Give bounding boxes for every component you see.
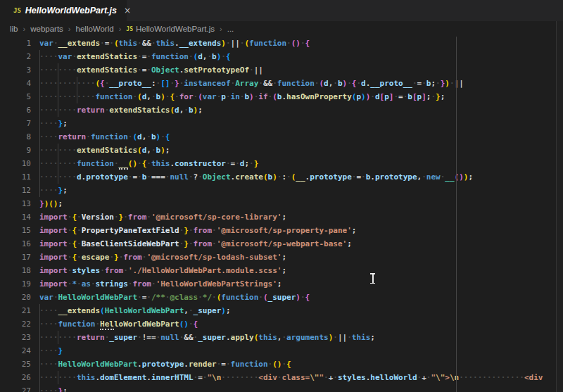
code-line[interactable]: 19import·*·as·strings·from·'HelloWorldWe…	[0, 277, 563, 291]
line-number: 8	[0, 130, 31, 144]
js-file-icon: JS	[126, 26, 133, 32]
code-line-text: var·__extends·=·(this·&&·this.__extends)…	[39, 37, 310, 50]
editor-ruler	[456, 37, 457, 392]
code-line[interactable]: 20var·HelloWorldWebPart·=·/**·@class·*/·…	[0, 291, 563, 304]
line-number: 26	[0, 371, 31, 384]
mouse-ibeam-cursor	[369, 273, 376, 284]
code-line-text: ········return·_super·!==·null·&&·_super…	[39, 331, 375, 344]
line-number: 9	[0, 144, 31, 157]
code-line-text: ········this.domElement.innerHTML·=·"\n·…	[39, 371, 543, 384]
vscode-window: JS HelloWorldWebPart.js × lib›webparts›h…	[0, 0, 563, 392]
breadcrumb-separator: ›	[119, 25, 122, 33]
code-line[interactable]: 13})();	[0, 197, 563, 210]
code-line-text: var·HelloWorldWebPart·=·/**·@class·*/·(f…	[39, 291, 310, 304]
line-number: 23	[0, 331, 31, 344]
breadcrumb-file-label: HelloWorldWebPart.js	[136, 25, 215, 33]
line-number: 18	[0, 264, 31, 277]
code-line[interactable]: 16import·{·BaseClientSideWebPart·}·from·…	[0, 237, 563, 251]
code-line[interactable]: 9········extendStatics(d,·b);	[0, 144, 563, 157]
breadcrumb-item-file[interactable]: JSHelloWorldWebPart.js	[126, 25, 215, 33]
line-number: 24	[0, 344, 31, 358]
code-line[interactable]: 5············function·(d,·b)·{·for·(var·…	[0, 90, 563, 103]
code-line-text: import·*·as·strings·from·'HelloWorldWebP…	[39, 277, 282, 291]
code-line-text: ············function·(d,·b)·{·for·(var·p…	[39, 90, 445, 103]
code-line-text: ····};	[39, 384, 68, 392]
code-line[interactable]: 18import·styles·from·'./HelloWorldWebPar…	[0, 264, 563, 277]
code-line[interactable]: 4············({·__proto__:·[]·}·instance…	[0, 77, 563, 90]
line-number: 25	[0, 358, 31, 371]
code-line-text: ········extendStatics(d,·b);	[39, 144, 170, 157]
line-number: 13	[0, 197, 31, 210]
code-line[interactable]: 21····__extends(HelloWorldWebPart,·_supe…	[0, 304, 563, 317]
breadcrumb-more[interactable]: ...	[227, 25, 234, 33]
line-number: 12	[0, 184, 31, 197]
code-line-text: import·{·Version·}·from·'@microsoft/sp-c…	[39, 210, 286, 224]
code-line-text: import·{·BaseClientSideWebPart·}·from·'@…	[39, 237, 352, 251]
tab-bar: JS HelloWorldWebPart.js ×	[0, 0, 563, 21]
line-number: 17	[0, 251, 31, 264]
breadcrumb-item-lib[interactable]: lib	[10, 25, 18, 33]
code-editor[interactable]: 1var·__extends·=·(this·&&·this.__extends…	[0, 37, 563, 392]
code-line[interactable]: 25····HelloWorldWebPart.prototype.render…	[0, 358, 563, 371]
code-line[interactable]: 6········return·extendStatics(d,·b);	[0, 103, 563, 117]
code-line-text: ····HelloWorldWebPart.prototype.render·=…	[39, 358, 291, 371]
code-line[interactable]: 8····return·function·(d,·b)·{	[0, 130, 563, 144]
line-number: 19	[0, 277, 31, 291]
tab-helloworldwebpart[interactable]: JS HelloWorldWebPart.js ×	[0, 0, 127, 21]
code-line-text: ············({·__proto__:·[]·}·instanceo…	[39, 77, 464, 90]
code-line-text: ········function·__()·{·this.constructor…	[39, 157, 258, 170]
scrollbar-track[interactable]	[557, 21, 563, 392]
breadcrumb-item-helloWorld[interactable]: helloWorld	[76, 25, 114, 33]
code-line-text: ····return·function·(d,·b)·{	[39, 130, 170, 144]
code-line[interactable]: 26········this.domElement.innerHTML·=·"\…	[0, 371, 563, 384]
line-number: 15	[0, 224, 31, 237]
code-line[interactable]: 3········extendStatics·=·Object.setProto…	[0, 63, 563, 77]
code-line-text: import·styles·from·'./HelloWorldWebPart.…	[39, 264, 286, 277]
breadcrumb-separator: ›	[68, 25, 71, 33]
code-line[interactable]: 7····};	[0, 117, 563, 130]
code-line-text: ····};	[39, 117, 68, 130]
scrollbar-divider	[556, 21, 557, 392]
code-line[interactable]: 15import·{·PropertyPaneTextField·}·from·…	[0, 224, 563, 237]
code-line-text: ····__extends(HelloWorldWebPart,·_super)…	[39, 304, 231, 317]
code-line[interactable]: 24····}	[0, 344, 563, 358]
line-number: 11	[0, 170, 31, 184]
tab-close-icon[interactable]: ×	[124, 6, 131, 15]
line-number: 22	[0, 317, 31, 331]
line-number: 27	[0, 384, 31, 392]
line-number: 5	[0, 90, 31, 103]
line-number: 14	[0, 210, 31, 224]
line-number: 1	[0, 37, 31, 50]
line-number: 4	[0, 77, 31, 90]
code-line[interactable]: 12····};	[0, 184, 563, 197]
line-number: 21	[0, 304, 31, 317]
code-line-text: })();	[39, 197, 63, 210]
line-number: 2	[0, 50, 31, 63]
line-number: 16	[0, 237, 31, 251]
breadcrumb-item-webparts[interactable]: webparts	[30, 25, 63, 33]
code-line-text: ····function·HelloWorldWebPart()·{	[39, 317, 198, 331]
line-number: 3	[0, 63, 31, 77]
line-number: 7	[0, 117, 31, 130]
code-line[interactable]: 27····};	[0, 384, 563, 392]
code-line[interactable]: 23········return·_super·!==·null·&&·_sup…	[0, 331, 563, 344]
breadcrumb-separator: ›	[23, 25, 26, 33]
code-line-text: ····}	[39, 344, 63, 358]
breadcrumb: lib›webparts›helloWorld›JSHelloWorldWebP…	[0, 21, 563, 37]
code-line[interactable]: 22····function·HelloWorldWebPart()·{	[0, 317, 563, 331]
code-line[interactable]: 2····var·extendStatics·=·function·(d,·b)…	[0, 50, 563, 63]
line-number: 20	[0, 291, 31, 304]
tab-title: HelloWorldWebPart.js	[25, 6, 117, 15]
code-line[interactable]: 10········function·__()·{·this.construct…	[0, 157, 563, 170]
code-line-text: ········extendStatics·=·Object.setProtot…	[39, 63, 263, 77]
line-number: 6	[0, 103, 31, 117]
code-line-text: import·{·escape·}·from·'@microsoft/sp-lo…	[39, 251, 286, 264]
js-file-icon: JS	[13, 7, 21, 14]
breadcrumb-separator: ›	[220, 25, 222, 33]
code-line[interactable]: 1var·__extends·=·(this·&&·this.__extends…	[0, 37, 563, 50]
code-line[interactable]: 11········d.prototype·=·b·===·null·?·Obj…	[0, 170, 563, 184]
code-line-text: import·{·PropertyPaneTextField·}·from·'@…	[39, 224, 356, 237]
code-line[interactable]: 14import·{·Version·}·from·'@microsoft/sp…	[0, 210, 563, 224]
line-number: 10	[0, 157, 31, 170]
code-line[interactable]: 17import·{·escape·}·from·'@microsoft/sp-…	[0, 251, 563, 264]
